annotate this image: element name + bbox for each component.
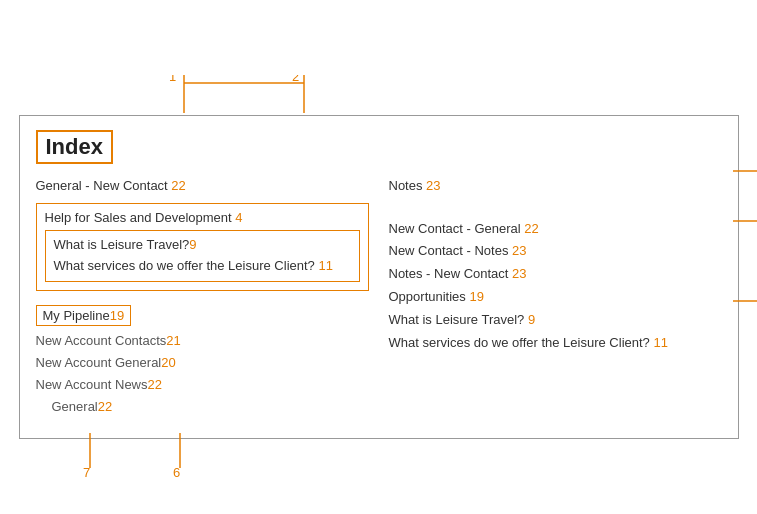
right-new-contact-general: New Contact - General 22 xyxy=(389,219,722,240)
right-leisure-client: What services do we offer the Leisure Cl… xyxy=(389,333,722,354)
r-text-7: What services do we offer the Leisure Cl… xyxy=(389,335,650,350)
na-row-1: New Account Contacts 21 xyxy=(36,330,369,352)
leisure-item2: What services do we offer the Leisure Cl… xyxy=(54,256,351,277)
na-num-3: 22 xyxy=(148,374,162,396)
na-right-2: General xyxy=(115,352,161,374)
na-label-2: New Account xyxy=(36,352,112,374)
entry-num: 22 xyxy=(171,178,185,193)
help-for-sales-box: Help for Sales and Development 4 What is… xyxy=(36,203,369,291)
r-num-1: 23 xyxy=(426,178,440,193)
leisure-inner-box: What is Leisure Travel?9 What services d… xyxy=(45,230,360,282)
leisure-item1: What is Leisure Travel?9 xyxy=(54,235,351,256)
pipeline-box: My Pipeline19 xyxy=(36,305,132,326)
r-text-3: New Contact - Notes xyxy=(389,243,509,258)
index-title: Index xyxy=(36,130,113,164)
bottom-callout-svg: 7 6 xyxy=(20,433,738,478)
right-opportunities: Opportunities 19 xyxy=(389,287,722,308)
entry-text: General - New Contact xyxy=(36,178,168,193)
r-num-3: 23 xyxy=(512,243,526,258)
na-right-3: News xyxy=(115,374,148,396)
main-box: 3 4 5 Index General - New Contact 22 Hel… xyxy=(19,115,739,440)
right-new-contact-notes: New Contact - Notes 23 xyxy=(389,241,722,262)
right-col: Notes 23 New Contact - General 22 New Co… xyxy=(389,176,722,419)
pipeline-row: My Pipeline19 xyxy=(36,305,369,326)
pipeline-label: My Pipeline xyxy=(43,308,110,323)
left-col: General - New Contact 22 Help for Sales … xyxy=(36,176,369,419)
r-num-5: 19 xyxy=(469,289,483,304)
na-label-1: New Account xyxy=(36,330,112,352)
inner-text2: What services do we offer the Leisure Cl… xyxy=(54,258,315,273)
inner-num: 9 xyxy=(189,237,196,252)
na-row-2: New Account General 20 xyxy=(36,352,369,374)
r-num-4: 23 xyxy=(512,266,526,281)
entry-general-new-contact: General - New Contact 22 xyxy=(36,176,369,197)
new-account-block: New Account Contacts 21 New Account Gene… xyxy=(36,330,369,418)
outer-container: 1 2 3 4 5 Index General - New Contact 22 xyxy=(19,75,739,440)
box-label: Help for Sales and Development xyxy=(45,210,232,225)
na-right-1: Contacts xyxy=(115,330,166,352)
r-num-2: 22 xyxy=(524,221,538,236)
help-sales-title: Help for Sales and Development 4 xyxy=(45,208,360,229)
svg-text:7: 7 xyxy=(83,465,90,478)
na-num-1: 21 xyxy=(166,330,180,352)
svg-text:1: 1 xyxy=(169,75,176,84)
right-callout-svg: 3 4 5 xyxy=(733,116,758,439)
svg-text:2: 2 xyxy=(292,75,299,84)
na-label-3: New Account xyxy=(36,374,112,396)
inner-text: What is Leisure Travel? xyxy=(54,237,190,252)
na-row-general: General 22 xyxy=(36,396,369,418)
r-text-6: What is Leisure Travel? xyxy=(389,312,525,327)
r-num-6: 9 xyxy=(528,312,535,327)
content-grid: General - New Contact 22 Help for Sales … xyxy=(36,176,722,419)
r-text-5: Opportunities xyxy=(389,289,466,304)
r-text-4: Notes - New Contact xyxy=(389,266,509,281)
na-num-2: 20 xyxy=(161,352,175,374)
na-general-label: General xyxy=(52,396,98,418)
r-text-2: New Contact - General xyxy=(389,221,521,236)
right-notes: Notes 23 xyxy=(389,176,722,197)
box-num: 4 xyxy=(235,210,242,225)
r-text-1: Notes xyxy=(389,178,423,193)
na-general-num: 22 xyxy=(98,396,112,418)
r-num-7: 11 xyxy=(653,335,667,350)
inner-num2: 11 xyxy=(318,258,332,273)
pipeline-num: 19 xyxy=(110,308,124,323)
right-notes-new-contact: Notes - New Contact 23 xyxy=(389,264,722,285)
right-leisure-travel: What is Leisure Travel? 9 xyxy=(389,310,722,331)
svg-text:6: 6 xyxy=(173,465,180,478)
na-row-3: New Account News 22 xyxy=(36,374,369,396)
